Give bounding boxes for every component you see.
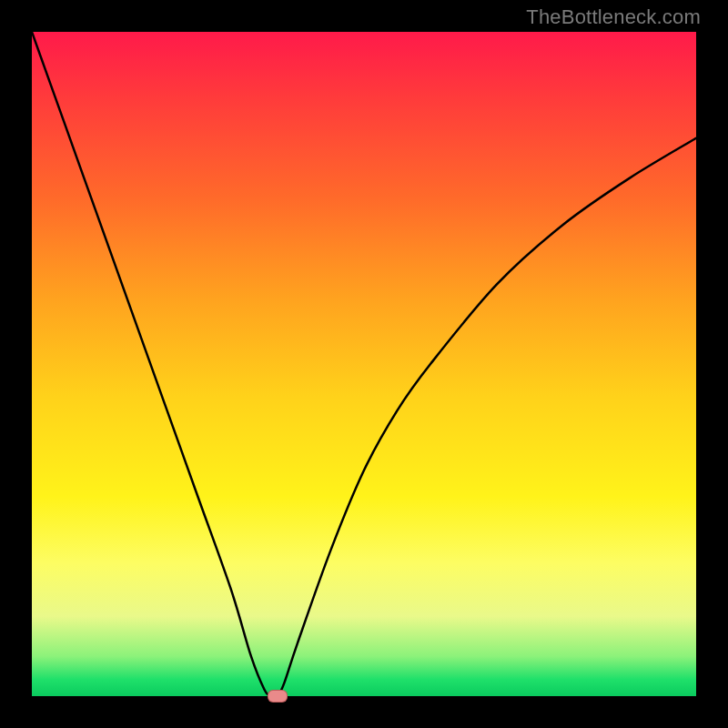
watermark-text: TheBottleneck.com: [526, 5, 701, 29]
plot-area: [32, 32, 696, 696]
chart-frame: TheBottleneck.com: [0, 0, 728, 728]
optimum-marker: [268, 690, 288, 703]
bottleneck-curve: [32, 32, 696, 696]
